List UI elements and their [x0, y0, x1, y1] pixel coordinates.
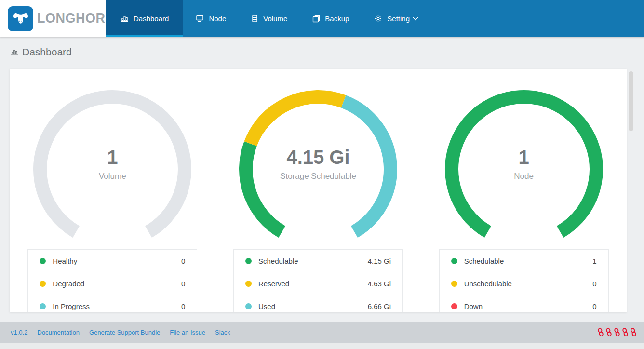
legend-label: Healthy: [53, 257, 77, 265]
nav-tab-label: Backup: [325, 14, 349, 23]
bar-chart-icon: [121, 15, 129, 22]
reserved-status-dot: [245, 281, 252, 287]
file-an-issue-link[interactable]: File an Issue: [170, 329, 205, 336]
volume-gauge-chart: 1 Volume: [31, 88, 193, 239]
bottom-strip: [0, 343, 644, 349]
legend-label: Used: [258, 302, 275, 310]
storage-chart-column: 4.15 Gi Storage Schedulable Schedulable …: [215, 88, 421, 312]
volume-count: 1: [31, 146, 193, 168]
bar-chart-icon: [11, 49, 18, 56]
legend-row[interactable]: Healthy 0: [28, 250, 197, 272]
dashboard-card: 1 Volume Healthy 0 Degraded 0: [10, 69, 627, 312]
nav-tab-volume[interactable]: Volume: [239, 0, 300, 37]
legend-label: Schedulable: [464, 257, 504, 265]
legend-label: Down: [464, 302, 483, 310]
schedulable-status-dot: [245, 258, 252, 264]
nav-tab-backup[interactable]: Backup: [300, 0, 362, 37]
node-count: 1: [443, 146, 605, 168]
down-status-dot: [451, 303, 457, 309]
nav-tab-label: Dashboard: [134, 14, 169, 23]
footer-links: v1.0.2 Documentation Generate Support Bu…: [11, 329, 230, 336]
legend-row[interactable]: Schedulable 4.15 Gi: [234, 250, 402, 272]
nav-tab-node[interactable]: Node: [183, 0, 239, 37]
legend-value: 4.15 Gi: [368, 257, 391, 265]
storage-schedulable-amount: 4.15 Gi: [237, 146, 399, 168]
in-progress-status-dot: [40, 303, 46, 309]
legend-value: 0: [592, 280, 596, 288]
version-label: v1.0.2: [11, 329, 27, 336]
gauge-center-text: 1 Volume: [31, 146, 193, 181]
legend-row[interactable]: Down 0: [440, 295, 608, 312]
gauge-center-text: 4.15 Gi Storage Schedulable: [237, 146, 399, 181]
brand-name: LONGHORN: [37, 11, 115, 26]
storage-legend-card: Schedulable 4.15 Gi Reserved 4.63 Gi Use…: [233, 249, 403, 312]
gear-icon: [374, 14, 382, 23]
legend-row[interactable]: Schedulable 1: [440, 250, 608, 272]
page-title-row: Dashboard: [11, 46, 72, 58]
unschedulable-status-dot: [451, 281, 457, 287]
legend-row[interactable]: Degraded 0: [28, 272, 197, 295]
scrollbar-thumb[interactable]: [629, 71, 633, 131]
legend-value: 4.63 Gi: [368, 280, 391, 288]
chevron-down-icon: [413, 17, 418, 21]
app-footer: v1.0.2 Documentation Generate Support Bu…: [0, 322, 644, 343]
legend-value: 0: [181, 257, 185, 265]
legend-row[interactable]: In Progress 0: [28, 295, 197, 312]
legend-value: 0: [181, 280, 185, 288]
legend-label: Unschedulable: [464, 280, 512, 288]
storage-gauge-chart: 4.15 Gi Storage Schedulable: [237, 88, 399, 239]
legend-row[interactable]: Used 6.66 Gi: [234, 295, 402, 312]
node-legend-card: Schedulable 1 Unschedulable 0 Down 0: [439, 249, 609, 312]
degraded-status-dot: [40, 281, 46, 287]
generate-support-bundle-link[interactable]: Generate Support Bundle: [89, 329, 160, 336]
longhorn-logo[interactable]: LONGHORN: [0, 0, 106, 37]
volume-gauge-label: Volume: [31, 172, 193, 181]
link-icon[interactable]: [613, 328, 621, 336]
legend-label: Schedulable: [258, 257, 298, 265]
legend-value: 0: [181, 302, 185, 310]
node-monitor-icon: [196, 15, 204, 22]
slack-link[interactable]: Slack: [215, 329, 230, 336]
nav-tab-label: Volume: [263, 14, 287, 23]
volume-stack-icon: [251, 15, 258, 22]
legend-label: Reserved: [258, 280, 289, 288]
longhorn-bull-icon: [8, 6, 33, 31]
volume-legend-card: Healthy 0 Degraded 0 In Progress 0: [27, 249, 197, 312]
link-icon[interactable]: [630, 328, 637, 336]
charts-row: 1 Volume Healthy 0 Degraded 0: [10, 69, 627, 312]
legend-label: In Progress: [53, 302, 90, 310]
main-nav: Dashboard Node Volume: [106, 0, 431, 37]
nav-tab-label: Node: [209, 14, 226, 23]
longhorn-dashboard-page: LONGHORN Dashboard Node: [0, 0, 644, 349]
backup-copy-icon: [312, 15, 320, 23]
nav-tab-label: Setting: [387, 14, 410, 23]
volume-chart-column: 1 Volume Healthy 0 Degraded 0: [10, 88, 215, 312]
nav-tab-dashboard[interactable]: Dashboard: [106, 0, 183, 37]
documentation-link[interactable]: Documentation: [37, 329, 79, 336]
gauge-center-text: 1 Node: [443, 146, 605, 181]
legend-value: 0: [592, 302, 596, 310]
legend-label: Degraded: [53, 280, 84, 288]
link-icon[interactable]: [597, 328, 604, 336]
used-status-dot: [245, 303, 252, 309]
node-gauge-label: Node: [443, 172, 605, 181]
link-icon[interactable]: [621, 328, 629, 336]
legend-row[interactable]: Reserved 4.63 Gi: [234, 272, 402, 295]
node-chart-column: 1 Node Schedulable 1 Unschedulable 0: [421, 88, 627, 312]
link-icon[interactable]: [605, 328, 613, 336]
storage-gauge-label: Storage Schedulable: [237, 172, 399, 181]
footer-social-icons: [597, 328, 637, 336]
schedulable-status-dot: [451, 258, 457, 264]
healthy-status-dot: [40, 258, 46, 264]
legend-row[interactable]: Unschedulable 0: [440, 272, 608, 295]
legend-value: 6.66 Gi: [368, 302, 391, 310]
app-header: LONGHORN Dashboard Node: [0, 0, 644, 37]
legend-value: 1: [592, 257, 596, 265]
page-title: Dashboard: [22, 46, 72, 58]
node-gauge-chart: 1 Node: [443, 88, 605, 239]
nav-tab-setting[interactable]: Setting: [362, 0, 431, 37]
